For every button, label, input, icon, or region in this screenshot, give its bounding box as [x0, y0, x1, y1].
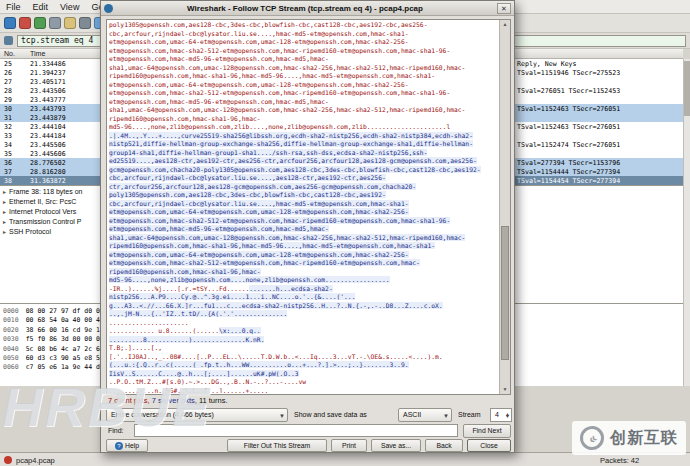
- stream-line: cbc,arcfour,rijndael-cbc@lysator.liu.se.…: [109, 174, 498, 183]
- stream-line: ripemd160@openssh.com,hmac-sha1-96,hmac-: [109, 115, 498, 124]
- expand-arrow-icon[interactable]: ▸: [3, 209, 6, 215]
- stream-line: etm@openssh.com,hmac-md5-96-etm@openssh.…: [109, 98, 498, 107]
- filter-out-stream-button[interactable]: Filter Out This Stream: [227, 439, 327, 452]
- packet-time: 28.816280: [30, 168, 66, 176]
- back-button[interactable]: Back: [425, 439, 463, 452]
- print-button[interactable]: Print: [331, 439, 367, 452]
- packet-no: 35: [4, 150, 12, 158]
- conversation-select-value: Entire conversation (4,466 bytes): [111, 411, 214, 418]
- packet-info: TSval=1151946 TSecr=275523: [517, 69, 620, 77]
- hex-offset: 0000: [3, 307, 19, 315]
- dialog-title: Wireshark - Follow TCP Stream (tcp.strea…: [113, 4, 497, 13]
- expert-info-icon[interactable]: [4, 456, 12, 464]
- packet-no: 29: [4, 96, 12, 104]
- client-data: ripemd160@openssh.com,hmac-sha1-96,hmac-…: [109, 72, 435, 79]
- packet-info: TSval=1154454 TSecr=277394: [517, 177, 620, 185]
- menu-item-file[interactable]: File: [0, 2, 27, 12]
- stream-line: ctr,arcfour256,arcfour128,aes128-gcm@ope…: [109, 183, 498, 192]
- expand-arrow-icon[interactable]: ▸: [3, 199, 6, 205]
- packet-no: 36: [4, 159, 12, 167]
- find-next-button[interactable]: Find Next: [463, 424, 511, 438]
- chevron-down-icon: ▼: [443, 410, 449, 422]
- stream-line: etm@openssh.com,hmac-md5-96-etm@openssh.…: [109, 55, 498, 64]
- save-as-button[interactable]: Save as...: [371, 439, 421, 452]
- server-data: .|.4M..,.Y...+....,curve25519-sha256@lib…: [109, 132, 473, 139]
- filter-bookmark-icon[interactable]: [4, 36, 13, 45]
- hex-offset: 0050: [3, 354, 19, 362]
- stream-scrollbar[interactable]: ▲ ▼: [499, 20, 510, 394]
- column-header-time[interactable]: Time: [30, 50, 45, 57]
- client-data: ..P.O..tM.Z...#[s.0).~.>...DG..,.B..N.-.…: [109, 378, 306, 385]
- stream-line: etm@openssh.com,hmac-sha2-512-etm@openss…: [109, 259, 498, 268]
- detail-label: Transmission Control P: [9, 218, 82, 225]
- server-data: g...A3..<.//...66.X.]r...fu1...c...ecdsa…: [109, 302, 443, 309]
- server-data: sha1,umac-64@openssh.com,umac-128@openss…: [109, 234, 465, 241]
- packet-no: 26: [4, 69, 12, 77]
- conversation-select[interactable]: Entire conversation (4,466 bytes) ▼: [106, 408, 288, 422]
- client-data: etm@openssh.com,hmac-sha2-512-etm@openss…: [109, 47, 450, 54]
- menu-item-view[interactable]: View: [54, 2, 85, 12]
- scrollbar-thumb[interactable]: [684, 61, 690, 116]
- packet-time: 23.443777: [30, 96, 66, 104]
- format-select-value: ASCII: [403, 411, 421, 418]
- client-data: sha1,umac-64@openssh.com,umac-128@openss…: [109, 106, 465, 113]
- packet-info: Reply, New Keys: [517, 60, 577, 68]
- packet-time: 23.445506: [30, 141, 66, 149]
- capture-options-icon[interactable]: [49, 17, 61, 29]
- stream-line: ripemd160@openssh.com,hmac-sha1-96,hmac-…: [109, 242, 498, 251]
- restart-capture-icon[interactable]: [34, 17, 46, 29]
- turns-stat: 11 turns.: [199, 396, 228, 405]
- follow-stream-dialog: Wireshark - Follow TCP Stream (tcp.strea…: [100, 0, 515, 453]
- server-data: etm@openssh.com,umac-64-etm@openssh.com,…: [109, 251, 409, 258]
- dialog-button-row: ? Help Filter Out This Stream Print Save…: [106, 439, 511, 453]
- expand-arrow-icon[interactable]: ▸: [3, 219, 6, 225]
- packet-no: 30: [4, 105, 12, 113]
- server-data: .........8...........)..............K.nR…: [109, 336, 264, 343]
- find-input[interactable]: [134, 424, 458, 437]
- stream-line: etm@openssh.com,hmac-sha2-512-etm@openss…: [109, 89, 498, 98]
- stream-line: ..,.jM-N...{..'IZ..t.tD/..{A(.'.'.......…: [109, 310, 498, 319]
- packet-time: 23.443506: [30, 87, 66, 95]
- close-icon[interactable]: ✕: [497, 3, 511, 14]
- column-header-no[interactable]: No.: [4, 50, 15, 57]
- stream-line: etm@openssh.com,hmac-md5-96-etm@openssh.…: [109, 225, 498, 234]
- stream-line: T.B;.].....[.,: [109, 344, 498, 353]
- menu-item-edit[interactable]: Edit: [27, 2, 55, 12]
- close-button[interactable]: Close: [467, 439, 511, 452]
- server-data: cbc,arcfour,rijndael-cbc@lysator.liu.se.…: [109, 174, 386, 181]
- stream-line: ripemd160@openssh.com,hmac-sha1-96,hmac-: [109, 268, 498, 277]
- hex-offset: 0010: [3, 316, 19, 324]
- packet-no: 34: [4, 141, 12, 149]
- packet-info: TSval=276051 TSecr=1152453: [517, 87, 620, 95]
- stream-line: .........8...........)..............K.nR…: [109, 336, 498, 345]
- stream-line: nistp521,diffie-hellman-group-exchange-s…: [109, 140, 498, 149]
- stream-line: group14-sha1,diffie-hellman-group1-sha1.…: [109, 149, 498, 158]
- client-data: T.B;.].....[.,: [109, 344, 162, 351]
- help-button[interactable]: ? Help: [106, 439, 148, 452]
- client-data: etm@openssh.com,umac-64-etm@openssh.com,…: [109, 81, 409, 88]
- client-data: [.'..IJ0AJ..,_..08#....[..P...EL..\.....…: [109, 353, 443, 360]
- format-select[interactable]: ASCII ▼: [398, 408, 452, 422]
- stream-content-area[interactable]: poly1305@openssh.com,aes128-cbc,3des-cbc…: [106, 19, 511, 395]
- spinner-down-icon[interactable]: ▼: [505, 410, 510, 422]
- client-pkts-stat: 7 client pkts,: [108, 396, 152, 405]
- client-data: etm@openssh.com,hmac-md5-96-etm@openssh.…: [109, 98, 329, 105]
- stream-scrollbar-thumb[interactable]: [501, 226, 509, 361]
- help-button-label: Help: [125, 440, 139, 451]
- stream-number-spinner[interactable]: 4 ▲ ▼: [490, 408, 512, 422]
- scroll-up-icon[interactable]: ▲: [500, 20, 510, 29]
- packet-time: 28.776502: [30, 159, 66, 167]
- client-data: md5-96....,none,zlib@openssh.com,zlib...…: [109, 123, 450, 130]
- scroll-down-icon[interactable]: ▼: [500, 385, 510, 394]
- expand-arrow-icon[interactable]: ▸: [3, 229, 6, 235]
- stream-line: etm@openssh.com,hmac-sha2-512-etm@openss…: [109, 217, 498, 226]
- expand-arrow-icon[interactable]: ▸: [3, 189, 6, 195]
- status-packet-count: Packets: 42: [600, 456, 639, 465]
- save-file-icon[interactable]: [79, 17, 91, 29]
- start-capture-icon[interactable]: [4, 17, 16, 29]
- dialog-title-bar[interactable]: Wireshark - Follow TCP Stream (tcp.strea…: [101, 1, 514, 16]
- stop-capture-icon[interactable]: [19, 17, 31, 29]
- server-data: ripemd160@openssh.com,hmac-sha1-96,hmac-…: [109, 242, 435, 249]
- packet-list-scrollbar[interactable]: [683, 59, 690, 386]
- open-file-icon[interactable]: [64, 17, 76, 29]
